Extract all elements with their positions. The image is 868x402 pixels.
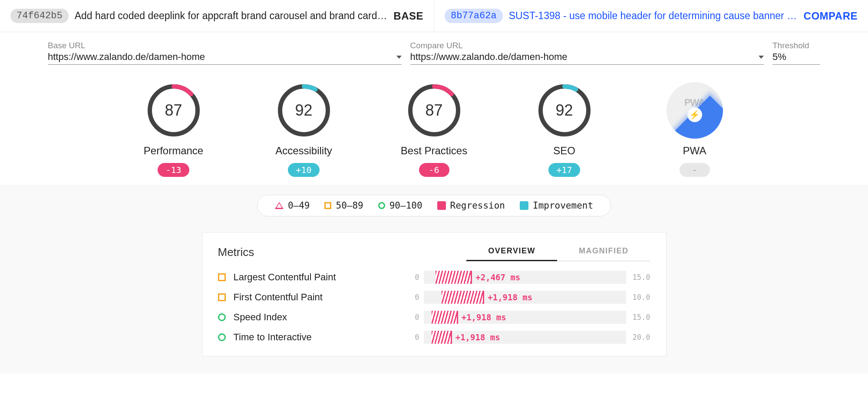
compare-side-label[interactable]: COMPARE (804, 10, 858, 22)
gauge-delta-badge: -13 (158, 163, 189, 177)
metric-bar: 0+1,918 ms10.0 (411, 291, 650, 304)
chevron-down-icon[interactable] (396, 56, 402, 59)
compare-header: 74f642b5 Add hard coded deeplink for app… (0, 0, 868, 32)
metric-bar: 0+1,918 ms20.0 (411, 331, 650, 344)
gauge-score: 92 (536, 82, 593, 139)
improvement-swatch-icon (520, 201, 528, 210)
gauge-label: PWA (683, 145, 706, 157)
score-gauges: 87Performance-1392Accessibility+1087Best… (0, 69, 868, 186)
gauge-ring: 92 (276, 82, 332, 139)
base-commit-message: Add hard coded deeplink for appcraft bra… (75, 10, 388, 22)
metrics-card: Metrics OVERVIEW MAGNIFIED Largest Conte… (202, 232, 667, 356)
metrics-title: Metrics (218, 246, 467, 259)
url-controls: Base URL https://www.zalando.de/damen-ho… (0, 32, 868, 69)
pwa-gauge: PWA⚡ (667, 82, 723, 139)
bar-max: 15.0 (630, 313, 650, 322)
threshold-label: Threshold (772, 41, 820, 50)
metric-row[interactable]: Speed Index0+1,918 ms15.0 (218, 307, 650, 327)
threshold-value: 5% (772, 51, 820, 63)
gauge-best-practices[interactable]: 87Best Practices-6 (393, 82, 475, 177)
gauge-performance[interactable]: 87Performance-13 (132, 82, 215, 177)
base-side-label: BASE (393, 10, 423, 22)
bar-min: 0 (411, 273, 419, 282)
metrics-section: 0–49 50–89 90–100 Regression Improvement… (0, 186, 868, 374)
gauge-delta-badge: +17 (548, 163, 580, 177)
bar-min: 0 (411, 293, 419, 302)
metric-name: Largest Contentful Paint (234, 272, 403, 283)
gauge-pwa[interactable]: PWA⚡PWA- (653, 82, 736, 177)
bar-max: 10.0 (630, 293, 650, 302)
base-header: 74f642b5 Add hard coded deeplink for app… (0, 0, 434, 32)
bar-delta: +2,467 ms (475, 272, 520, 282)
circle-icon (218, 333, 226, 341)
legend-poor: 0–49 (275, 200, 310, 211)
compare-url-label: Compare URL (410, 41, 764, 50)
circle-icon (218, 313, 226, 321)
gauge-label: Best Practices (401, 145, 467, 157)
circle-icon (378, 202, 385, 209)
gauge-label: Performance (144, 145, 203, 157)
gauge-label: SEO (553, 145, 575, 157)
compare-url-field[interactable]: Compare URL https://www.zalando.de/damen… (410, 41, 764, 65)
gauge-delta-badge: -6 (419, 163, 449, 177)
bar-track: +1,918 ms (424, 331, 626, 344)
bar-max: 20.0 (630, 333, 650, 342)
metric-bar: 0+2,467 ms15.0 (411, 271, 650, 284)
gauge-ring: 87 (145, 82, 202, 139)
bar-track: +1,918 ms (424, 291, 626, 304)
legend-good: 90–100 (378, 200, 422, 211)
square-icon (218, 273, 226, 281)
gauge-delta-badge: +10 (288, 163, 319, 177)
legend-average: 50–89 (324, 200, 363, 211)
gauge-score: 92 (276, 82, 332, 139)
metric-row[interactable]: Largest Contentful Paint0+2,467 ms15.0 (218, 267, 650, 287)
bar-track: +1,918 ms (424, 311, 626, 324)
bar-track: +2,467 ms (424, 271, 626, 284)
regression-swatch-icon (437, 201, 446, 210)
score-legend: 0–49 50–89 90–100 Regression Improvement (257, 195, 611, 216)
metric-row[interactable]: Time to Interactive0+1,918 ms20.0 (218, 327, 650, 347)
gauge-ring: 87 (406, 82, 462, 139)
square-icon (324, 202, 331, 209)
metric-name: Time to Interactive (234, 332, 403, 343)
compare-header-side: 8b77a62a SUST-1398 - use mobile header f… (434, 0, 868, 32)
legend-improvement: Improvement (520, 200, 593, 211)
square-icon (218, 293, 226, 301)
bar-min: 0 (411, 333, 419, 342)
base-url-label: Base URL (48, 41, 402, 50)
triangle-icon (275, 202, 284, 209)
compare-commit-hash[interactable]: 8b77a62a (445, 9, 503, 23)
bar-max: 15.0 (630, 273, 650, 282)
gauge-score: 87 (145, 82, 202, 139)
gauge-ring: 92 (536, 82, 593, 139)
threshold-field[interactable]: Threshold 5% (772, 41, 820, 65)
base-url-field[interactable]: Base URL https://www.zalando.de/damen-ho… (48, 41, 402, 65)
metric-name: First Contentful Paint (234, 292, 403, 303)
tab-magnified[interactable]: MAGNIFIED (557, 243, 650, 261)
gauge-seo[interactable]: 92SEO+17 (523, 82, 606, 177)
bar-delta: +1,918 ms (462, 312, 506, 322)
bar-delta: +1,918 ms (488, 292, 532, 302)
metric-name: Speed Index (234, 312, 403, 323)
tab-overview[interactable]: OVERVIEW (466, 243, 557, 261)
bar-min: 0 (411, 313, 419, 322)
compare-url-value: https://www.zalando.de/damen-home (410, 51, 759, 63)
base-commit-hash[interactable]: 74f642b5 (10, 9, 69, 23)
base-url-value: https://www.zalando.de/damen-home (48, 51, 396, 63)
bolt-icon: ⚡ (687, 107, 702, 122)
gauge-score: 87 (406, 82, 462, 139)
gauge-delta-badge: - (680, 163, 710, 177)
gauge-accessibility[interactable]: 92Accessibility+10 (263, 82, 345, 177)
chevron-down-icon[interactable] (759, 56, 764, 59)
metric-row[interactable]: First Contentful Paint0+1,918 ms10.0 (218, 287, 650, 307)
gauge-label: Accessibility (275, 145, 332, 157)
metrics-tabs: OVERVIEW MAGNIFIED (466, 243, 650, 261)
compare-commit-message: SUST-1398 - use mobile header for determ… (509, 10, 798, 22)
bar-delta: +1,918 ms (455, 332, 500, 342)
metric-bar: 0+1,918 ms15.0 (411, 311, 650, 324)
legend-regression: Regression (437, 200, 505, 211)
